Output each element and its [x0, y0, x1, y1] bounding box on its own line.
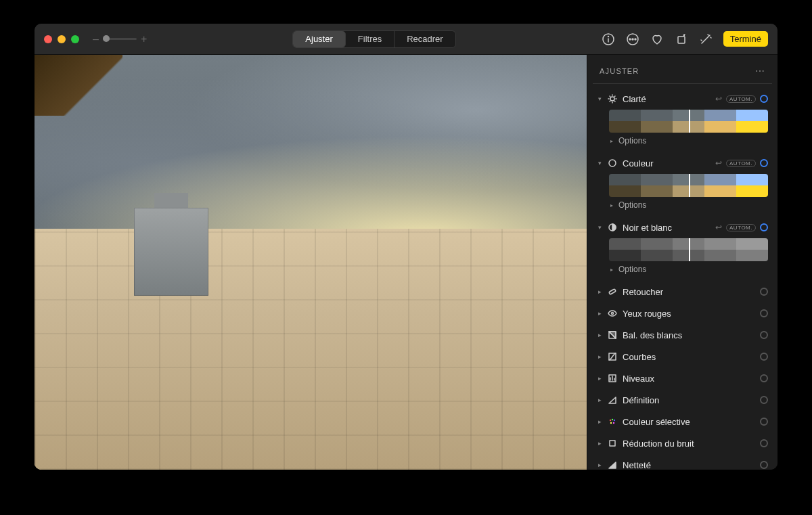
window-controls: [44, 35, 79, 43]
svg-point-17: [612, 419, 613, 420]
clarte-slider-thumbs[interactable]: [609, 110, 768, 133]
panel-label: Bal. des blancs: [623, 330, 754, 340]
panel-bruit: ▸ Réduction du bruit: [593, 432, 772, 454]
enable-toggle[interactable]: [760, 309, 768, 317]
options-label: Options: [618, 265, 646, 274]
panel-head-yeux[interactable]: ▸ Yeux rouges: [597, 305, 768, 321]
photo-canvas[interactable]: [35, 55, 587, 470]
panel-head-courbes[interactable]: ▸ Courbes: [597, 349, 768, 365]
enable-toggle[interactable]: [760, 95, 768, 103]
panel-head-couleur[interactable]: ▾ Couleur ↩︎ AUTOM.: [597, 155, 768, 171]
panel-head-balblancs[interactable]: ▸ Bal. des blancs: [597, 327, 768, 343]
enable-toggle[interactable]: [760, 439, 768, 447]
options-label: Options: [618, 136, 646, 145]
levels-icon: [608, 374, 617, 383]
enable-toggle[interactable]: [760, 418, 768, 426]
minimize-window-button[interactable]: [58, 35, 66, 43]
noirblanc-slider-thumbs[interactable]: [609, 238, 768, 261]
panel-head-coulsel[interactable]: ▸ Couleur sélective: [597, 413, 768, 430]
panel-head-definition[interactable]: ▸ Définition: [597, 392, 768, 408]
panel-head-bruit[interactable]: ▸ Réduction du bruit: [597, 435, 768, 451]
box-icon: [608, 439, 617, 448]
zoom-knob[interactable]: [103, 35, 110, 42]
half-circle-icon: [608, 223, 617, 232]
thumb: [704, 174, 736, 197]
chevron-right-icon: ▸: [597, 440, 602, 447]
svg-point-8: [610, 97, 614, 101]
tab-filtres[interactable]: Filtres: [346, 31, 394, 47]
panel-courbes: ▸ Courbes: [593, 346, 772, 367]
enable-toggle[interactable]: [760, 223, 768, 231]
svg-point-20: [613, 422, 614, 424]
titlebar: – + Ajuster Filtres Recadrer Terminé: [35, 24, 777, 55]
chevron-right-icon: ▸: [609, 267, 614, 273]
svg-point-2: [608, 36, 608, 37]
panel-label: Couleur: [623, 158, 710, 169]
fullscreen-window-button[interactable]: [71, 35, 79, 43]
panel-head-retoucher[interactable]: ▸ Retoucher: [597, 284, 768, 300]
couleur-slider-thumbs[interactable]: [609, 174, 768, 197]
thumb: [609, 110, 641, 133]
auto-button[interactable]: AUTOM.: [726, 160, 756, 167]
svg-rect-21: [610, 441, 615, 446]
toolbar-right: Terminé: [602, 31, 768, 47]
zoom-track[interactable]: [103, 38, 137, 40]
more-icon[interactable]: [626, 32, 639, 46]
options-noirblanc[interactable]: ▸ Options: [597, 263, 768, 278]
enable-toggle[interactable]: [760, 159, 768, 167]
panel-yeux: ▸ Yeux rouges: [593, 303, 772, 324]
auto-button[interactable]: AUTOM.: [726, 95, 756, 103]
photo-building-shade: [134, 208, 208, 296]
svg-point-16: [610, 420, 611, 421]
panel-head-niveaux[interactable]: ▸ Niveaux: [597, 370, 768, 386]
photo-corner-shade: [35, 55, 122, 116]
tab-ajuster[interactable]: Ajuster: [293, 31, 345, 47]
chevron-down-icon: ▾: [597, 224, 602, 231]
chevron-right-icon: ▸: [597, 397, 602, 403]
auto-button[interactable]: AUTOM.: [726, 224, 756, 231]
undo-icon[interactable]: ↩︎: [715, 223, 722, 232]
undo-icon[interactable]: ↩︎: [715, 94, 722, 104]
slider-marker[interactable]: [689, 174, 690, 197]
chevron-right-icon: ▸: [609, 202, 614, 208]
magic-icon[interactable]: [699, 32, 713, 46]
panel-head-clarte[interactable]: ▾ Clarté ↩︎ AUTOM.: [597, 91, 768, 107]
chevron-right-icon: ▸: [597, 288, 602, 295]
svg-point-4: [629, 39, 631, 40]
panel-head-noirblanc[interactable]: ▾ Noir et blanc ↩︎ AUTOM.: [597, 219, 768, 236]
light-icon: [608, 94, 617, 104]
enable-toggle[interactable]: [760, 461, 768, 469]
panel-definition: ▸ Définition: [593, 389, 772, 411]
tab-recadrer[interactable]: Recadrer: [394, 31, 455, 47]
chevron-right-icon: ▸: [609, 138, 614, 144]
slider-marker[interactable]: [689, 238, 690, 261]
sidebar-more-icon[interactable]: ⋯: [755, 66, 765, 76]
info-icon[interactable]: [602, 32, 615, 46]
options-label: Options: [618, 200, 646, 210]
done-button[interactable]: Terminé: [723, 31, 768, 47]
chevron-right-icon: ▸: [597, 310, 602, 317]
options-clarte[interactable]: ▸ Options: [597, 134, 768, 150]
chevron-right-icon: ▸: [597, 353, 602, 360]
options-couleur[interactable]: ▸ Options: [597, 198, 768, 214]
chevron-down-icon: ▾: [597, 160, 602, 166]
panel-head-nettete[interactable]: ▸ Netteté: [597, 457, 768, 470]
adjust-sidebar: AJUSTER ⋯ ▾ Clarté ↩︎ AUTOM.: [587, 55, 777, 470]
enable-toggle[interactable]: [760, 396, 768, 404]
enable-toggle[interactable]: [760, 288, 768, 296]
close-window-button[interactable]: [44, 35, 52, 43]
undo-icon[interactable]: ↩︎: [715, 158, 722, 168]
panel-retoucher: ▸ Retoucher: [593, 281, 772, 303]
enable-toggle[interactable]: [760, 374, 768, 382]
favorite-icon[interactable]: [650, 32, 664, 46]
rotate-icon[interactable]: [675, 32, 688, 46]
panel-niveaux: ▸ Niveaux: [593, 367, 772, 389]
thumb: [704, 238, 736, 261]
slider-marker[interactable]: [689, 110, 690, 133]
enable-toggle[interactable]: [760, 331, 768, 339]
panel-label: Niveaux: [623, 374, 754, 384]
sidebar-title: AJUSTER: [600, 67, 639, 75]
enable-toggle[interactable]: [760, 353, 768, 361]
zoom-slider[interactable]: – +: [93, 33, 147, 45]
chevron-right-icon: ▸: [597, 418, 602, 425]
